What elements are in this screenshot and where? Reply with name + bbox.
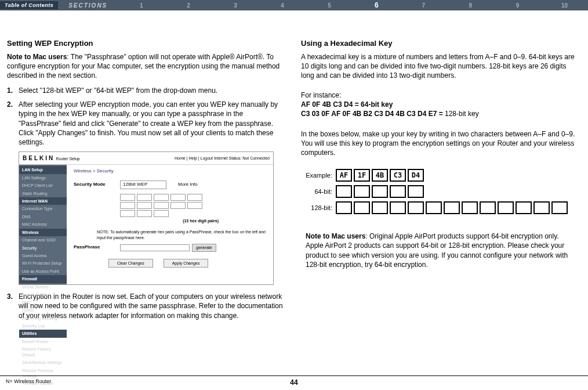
ss-side-item: DNS (19, 213, 67, 221)
footer-product: N+ Wireless Router (6, 378, 51, 384)
section-link-6-active[interactable]: 6 (353, 1, 400, 9)
key-input-cell[interactable] (480, 201, 496, 214)
ss-side-item: Access Control (19, 291, 67, 298)
hex-input[interactable] (154, 194, 169, 201)
page-footer: N+ Wireless Router 44 (0, 375, 588, 384)
ss-side-item: DMZ (19, 299, 67, 306)
section-link-8[interactable]: 8 (447, 2, 494, 9)
toc-link[interactable]: Table of Contents (0, 1, 58, 9)
ss-side-item: Virtual Servers (19, 283, 67, 291)
ss-side-item: DHCP Client List (19, 182, 67, 189)
key-input-cell[interactable] (408, 201, 424, 214)
example-cell: D4 (408, 169, 424, 182)
key-input-cell[interactable] (336, 185, 352, 198)
ss-breadcrumb: Wireless > Security (74, 168, 266, 175)
key-input-cell[interactable] (426, 201, 442, 214)
hex-input[interactable] (154, 202, 169, 209)
hex-input[interactable] (120, 194, 135, 201)
right-heading: Using a Hexadecimal Key (301, 38, 578, 49)
hex-intro: A hexadecimal key is a mixture of number… (301, 52, 578, 81)
ss-side-item: LAN Settings (19, 174, 67, 182)
make-key-instruction: In the boxes below, make up your key by … (301, 129, 578, 158)
left-column: Setting WEP Encryption Note to Mac users… (7, 38, 284, 325)
note2-bold: Note to Mac users (306, 232, 365, 240)
key-input-cell[interactable] (551, 201, 568, 214)
hex-input[interactable] (137, 210, 152, 217)
ss-side-item: Connection Type (19, 205, 67, 212)
ss-side-wireless: Wireless (19, 229, 67, 236)
router-ui-screenshot: BELKIN Router Setup Home | Help | Logout… (19, 151, 274, 285)
example-label: Example: (303, 171, 336, 180)
right-column: Using a Hexadecimal Key A hexadecimal ke… (301, 38, 578, 325)
example-cell: AF (336, 169, 352, 182)
hex-input[interactable] (170, 202, 186, 209)
section-link-10[interactable]: 10 (541, 2, 588, 9)
key-input-cell[interactable] (372, 201, 388, 214)
ss-side-item: Wi-Fi Protected Setup (19, 259, 67, 267)
bit128-label: 128-bit: (303, 204, 336, 212)
key-input-cell[interactable] (498, 201, 514, 214)
section-link-7[interactable]: 7 (400, 2, 447, 9)
ss-side-wan: Internet WAN (19, 197, 67, 205)
key-input-cell[interactable] (336, 201, 352, 214)
security-mode-select[interactable]: 128bit WEP (120, 180, 166, 189)
pp-note-text: To automatically generate hex pairs usin… (97, 230, 266, 239)
section-link-3[interactable]: 3 (212, 2, 259, 9)
key-input-cell[interactable] (408, 185, 424, 198)
section-link-5[interactable]: 5 (306, 2, 353, 9)
page-content: Setting WEP Encryption Note to Mac users… (0, 10, 588, 331)
left-heading: Setting WEP Encryption (7, 38, 284, 49)
ss-side-item: Use as Access Point (19, 268, 67, 275)
example-row: Example: AF 1F 4B C3 D4 (303, 169, 575, 182)
key-input-cell[interactable] (390, 185, 406, 198)
section-link-2[interactable]: 2 (165, 2, 212, 9)
hex-input[interactable] (187, 194, 202, 201)
key-input-cell[interactable] (516, 201, 532, 214)
step-text: Select "128-bit WEP" or "64-bit WEP" fro… (19, 86, 284, 95)
hex-input[interactable] (120, 202, 135, 209)
hex-input[interactable] (137, 194, 152, 201)
key-input-cell[interactable] (372, 185, 388, 198)
ss-sidebar: LAN Setup LAN Settings DHCP Client List … (19, 152, 67, 284)
example-cell: C3 (390, 169, 406, 182)
hex-caption: (13 hex digit pairs) (120, 218, 219, 223)
ss-side-item: Channel and SSID (19, 236, 67, 244)
step-number: 2. (7, 100, 19, 147)
hex-input[interactable] (137, 202, 152, 209)
key-128-bold: C3 03 0F AF 0F 4B B2 C3 D4 4B C3 D4 E7 = (301, 110, 443, 118)
section-link-9[interactable]: 9 (494, 2, 541, 9)
key-input-cell[interactable] (354, 185, 370, 198)
hex-input[interactable] (120, 210, 135, 217)
hex-key-grid: (13 hex digit pairs) (120, 194, 266, 223)
security-mode-label: Security Mode (74, 182, 120, 188)
key-input-cell[interactable] (354, 201, 370, 214)
example-cell: 4B (372, 169, 388, 182)
top-nav-bar: Table of Contents SECTIONS 1 2 3 4 5 6 7… (0, 0, 588, 10)
hex-input[interactable] (154, 210, 169, 217)
step-number: 1. (7, 86, 19, 95)
section-link-4[interactable]: 4 (259, 2, 306, 9)
key-input-cell[interactable] (462, 201, 478, 214)
passphrase-input[interactable] (120, 244, 190, 251)
page-number: 44 (290, 378, 297, 387)
hex-input[interactable] (187, 202, 202, 209)
key-128-rest: 128-bit key (443, 110, 479, 118)
mac-note-1: Note to Mac users: The "Passphrase" opti… (7, 52, 284, 81)
generate-button[interactable]: generate (192, 244, 216, 251)
ss-side-lan: LAN Setup (19, 166, 67, 174)
ss-side-item: Restore Factory Default (19, 345, 67, 359)
pp-note: NOTE: To automatically generate hex pair… (97, 229, 266, 240)
clear-changes-button[interactable]: Clear Changes (108, 259, 153, 268)
bit128-row: 128-bit: (303, 201, 575, 214)
hex-input[interactable] (170, 194, 186, 201)
key-input-cell[interactable] (444, 201, 460, 214)
apply-changes-button[interactable]: Apply Changes (164, 259, 208, 268)
ss-top-links: Home | Help | Logout Internet Status: No… (175, 156, 270, 161)
section-link-1[interactable]: 1 (118, 2, 165, 9)
key-entry-box: Example: AF 1F 4B C3 D4 64-bit: 128-bit: (301, 165, 578, 221)
for-instance: For instance: (301, 91, 578, 100)
more-info-link[interactable]: More Info (178, 182, 198, 188)
key-input-cell[interactable] (533, 201, 550, 214)
sections-label: SECTIONS (58, 2, 118, 9)
key-input-cell[interactable] (390, 201, 406, 214)
